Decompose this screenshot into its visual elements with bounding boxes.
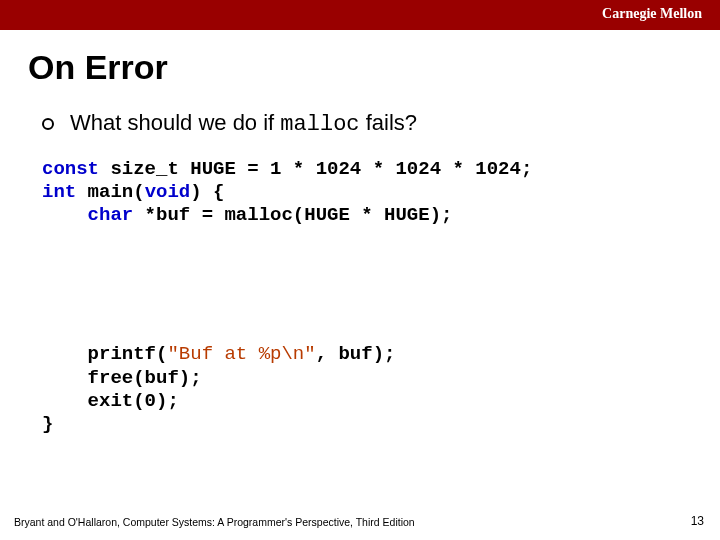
line7: } — [42, 413, 53, 435]
line2-brace: ) { — [190, 181, 224, 203]
line1-rest: size_t HUGE = 1 * 1024 * 1024 * 1024; — [99, 158, 532, 180]
bullet-pre: What should we do if — [70, 110, 280, 135]
line5: free(buf); — [42, 367, 202, 389]
bullet-post: fails? — [360, 110, 417, 135]
slide-title: On Error — [28, 48, 168, 87]
bullet-icon — [42, 118, 54, 130]
bullet-row: What should we do if malloc fails? — [42, 110, 417, 137]
line3-rest: *buf = malloc(HUGE * HUGE); — [133, 204, 452, 226]
kw-void: void — [145, 181, 191, 203]
kw-const: const — [42, 158, 99, 180]
line6: exit(0); — [42, 390, 179, 412]
bullet-text: What should we do if malloc fails? — [70, 110, 417, 137]
kw-int: int — [42, 181, 76, 203]
line3-indent — [42, 204, 88, 226]
code-block: const size_t HUGE = 1 * 1024 * 1024 * 10… — [42, 158, 532, 436]
header-bar: Carnegie Mellon — [0, 0, 720, 30]
slide: Carnegie Mellon On Error What should we … — [0, 0, 720, 540]
footer-citation: Bryant and O'Hallaron, Computer Systems:… — [14, 516, 415, 528]
line4-post: , buf); — [316, 343, 396, 365]
bullet-code: malloc — [280, 112, 359, 137]
line2-main: main( — [76, 181, 144, 203]
kw-char: char — [88, 204, 134, 226]
page-number: 13 — [691, 514, 704, 528]
brand-text: Carnegie Mellon — [602, 6, 702, 22]
string-literal: "Buf at %p\n" — [167, 343, 315, 365]
line4-pre: printf( — [42, 343, 167, 365]
